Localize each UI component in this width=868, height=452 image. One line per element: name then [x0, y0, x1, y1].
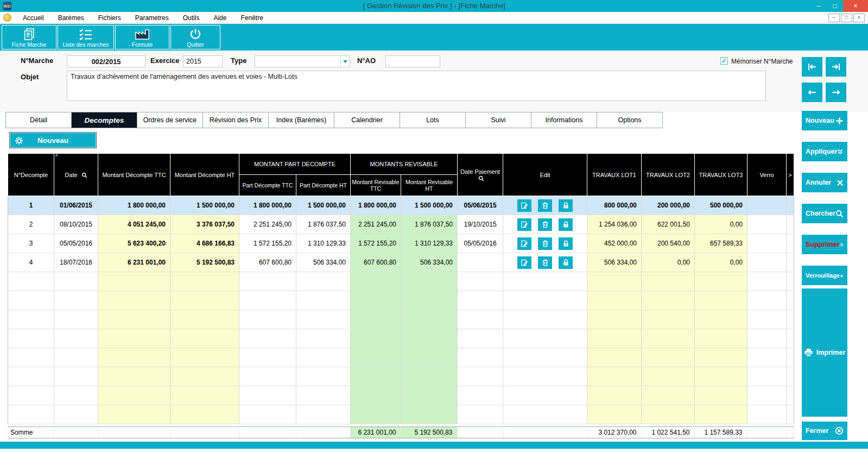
lock-icon [562, 221, 570, 229]
menu-item-fenetre[interactable]: Fenêtre [233, 12, 270, 24]
mdi-restore-button[interactable]: □ [841, 14, 852, 22]
fiche-marche-button[interactable]: Fiche Marche [2, 25, 56, 49]
col-header-verro[interactable]: Verro [747, 154, 787, 196]
liste-des-marches-button[interactable]: Liste des marches [58, 25, 114, 49]
row-edit-button[interactable] [517, 237, 531, 250]
lock-icon [562, 259, 570, 267]
table-row-empty[interactable] [8, 310, 794, 329]
table-row[interactable]: 101/06/20151 800 000,001 500 000,001 800… [8, 196, 794, 215]
supprimer-button[interactable]: Supprimer [802, 235, 847, 254]
tab-revision-des-prix[interactable]: Révision des Prix [202, 112, 269, 128]
cell-travaux-lot2 [642, 367, 695, 386]
table-row-empty[interactable] [8, 405, 794, 424]
col-header-edit[interactable]: Edit [503, 154, 587, 196]
chercher-button[interactable]: Chercher [802, 204, 847, 223]
menu-item-accueil[interactable]: Accueil [16, 12, 51, 24]
fermer-button[interactable]: Fermer [802, 422, 847, 440]
table-row-empty[interactable] [8, 329, 794, 348]
col-header-ndecompte[interactable]: N°Decompte [8, 154, 54, 196]
table-row-empty[interactable] [8, 367, 794, 386]
col-header-travaux-lot1[interactable]: TRAVAUX LOT1 [587, 154, 642, 196]
table-row[interactable]: 418/07/20166 231 001,005 192 500,83607 6… [8, 253, 794, 272]
row-lock-button[interactable] [559, 218, 573, 231]
minimize-button[interactable]: – [810, 0, 827, 12]
menu-item-parametres[interactable]: Parametres [128, 12, 176, 24]
next-record-button[interactable] [826, 83, 846, 102]
tab-index-baremes[interactable]: Index (Barémes) [268, 112, 334, 128]
column-scroll-arrow[interactable]: > [787, 154, 794, 196]
table-row-empty[interactable] [8, 272, 794, 291]
menu-item-baremes[interactable]: Barèmes [51, 12, 91, 24]
appliquer-button[interactable]: Appliquer [802, 142, 847, 161]
tab-suivi[interactable]: Suivi [465, 112, 531, 128]
col-header-travaux-lot2[interactable]: TRAVAUX LOT2 [642, 154, 695, 196]
row-edit-button[interactable] [517, 256, 531, 269]
cell-date [54, 291, 98, 310]
mdi-close-button[interactable]: × [853, 14, 865, 22]
col-group-montant-part-decompte[interactable]: MONTANT PART DECOMPTE [239, 154, 351, 175]
chevron-down-icon[interactable] [340, 56, 350, 67]
tab-lots[interactable]: Lots [400, 112, 466, 128]
row-lock-button[interactable] [559, 237, 573, 250]
col-header-date[interactable]: ^ Date [54, 154, 98, 196]
row-lock-button[interactable] [559, 256, 573, 269]
col-header-date-paiement[interactable]: Date Paiement [458, 154, 503, 196]
menu-item-aide[interactable]: Aide [206, 12, 233, 24]
verrouillage-button[interactable]: Verrouillage [802, 266, 847, 285]
n-ao-input[interactable] [385, 55, 440, 67]
mdi-minimize-button[interactable]: – [828, 14, 840, 22]
previous-record-button[interactable] [802, 83, 822, 102]
type-dropdown[interactable] [255, 55, 350, 67]
nouveau-button[interactable]: Nouveau [802, 111, 847, 130]
row-edit-button[interactable] [517, 199, 531, 212]
row-delete-button[interactable] [538, 218, 552, 231]
tab-informations[interactable]: Informations [531, 112, 597, 128]
memoriser-checkbox[interactable]: ✓ [720, 57, 728, 65]
nouveau-decompte-button[interactable]: Nouveau [9, 132, 97, 148]
cell-travaux-lot1: 506 334,00 [587, 253, 642, 272]
col-header-part-decompte-ttc[interactable]: Part Décompte TTC [239, 175, 296, 196]
exercice-label: Exercice [150, 56, 180, 65]
maximize-button[interactable]: □ [827, 0, 843, 12]
row-delete-button[interactable] [538, 256, 552, 269]
col-header-montant-decompte-ht[interactable]: Montant Décompte HT [170, 154, 239, 196]
imprimer-button[interactable]: Imprimer [802, 288, 847, 417]
tab-detail[interactable]: Détail [5, 112, 72, 128]
cell-date-paiement [458, 253, 503, 272]
cell-travaux-lot2 [642, 348, 695, 367]
row-lock-button[interactable] [559, 199, 573, 212]
row-delete-button[interactable] [538, 199, 552, 212]
col-header-montant-revisable-ttc[interactable]: Montant Revisable TTC [351, 175, 401, 196]
col-header-montant-revisable-ht[interactable]: Montant Revisable HT [401, 175, 458, 196]
col-header-travaux-lot3[interactable]: TRAVAUX LOT3 [695, 154, 747, 196]
table-row[interactable]: 208/10/20154 051 245,003 376 037,502 251… [8, 215, 794, 234]
annuler-button[interactable]: Annuler [802, 173, 847, 192]
col-group-montants-revisable[interactable]: MONTANTS REVISABLE [351, 154, 458, 175]
quitter-button[interactable]: Quitter [170, 25, 220, 49]
row-delete-button[interactable] [538, 237, 552, 250]
formule-button[interactable]: Formule [115, 25, 169, 49]
table-row-empty[interactable] [8, 386, 794, 405]
n-marche-input[interactable] [67, 55, 145, 67]
cell-ndecompte [8, 310, 54, 329]
horizontal-scrollbar[interactable] [0, 442, 868, 449]
row-edit-button[interactable] [517, 218, 531, 231]
last-record-button[interactable] [826, 57, 846, 77]
col-header-part-decompte-ht[interactable]: Part Décompte HT [296, 175, 351, 196]
tab-ordres-de-service[interactable]: Ordres de service [137, 112, 203, 128]
tab-options[interactable]: Options [597, 112, 663, 128]
tab-decomptes[interactable]: Decomptes [71, 112, 137, 128]
cell-montant-decompte-ttc: 6 231 001,00 [98, 253, 170, 272]
first-record-button[interactable] [802, 57, 822, 77]
cell-date [54, 367, 98, 386]
close-button[interactable]: × [843, 0, 868, 12]
table-row-empty[interactable] [8, 348, 794, 367]
menu-item-outils[interactable]: Outils [176, 12, 207, 24]
col-header-montant-decompte-ttc[interactable]: Montant Décompte TTC [98, 154, 170, 196]
table-row[interactable]: 305/05/20165 623 400,204 686 166,831 572… [8, 234, 794, 253]
tab-calendrier[interactable]: Calendrier [334, 112, 400, 128]
exercice-input[interactable] [183, 55, 223, 67]
table-row-empty[interactable] [8, 291, 794, 310]
menu-item-fichiers[interactable]: Fichiers [91, 12, 128, 24]
objet-textarea[interactable]: Travaux d'achèvement de l'aménagement de… [67, 71, 766, 101]
